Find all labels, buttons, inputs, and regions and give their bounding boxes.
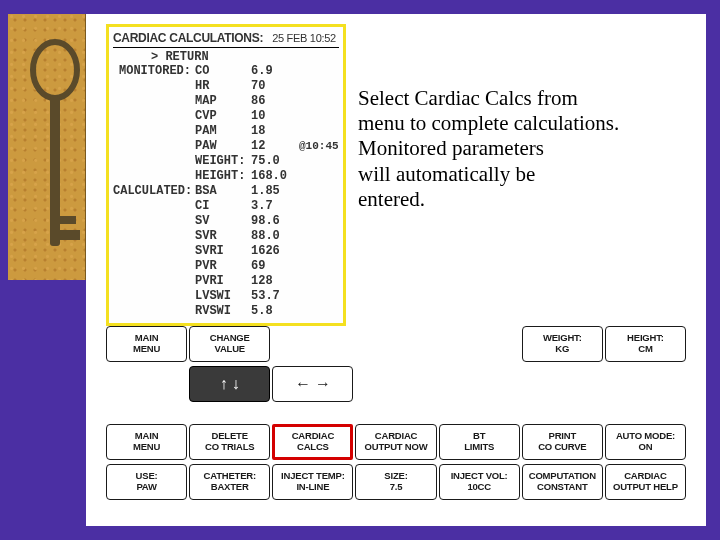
- decorative-texture: [8, 14, 86, 280]
- catheter-button[interactable]: CATHETER:BAXTER: [189, 464, 270, 500]
- blank-button: [605, 366, 686, 402]
- panel-title-text: CARDIAC CALCULATIONS:: [113, 31, 263, 45]
- instr-line: Monitored parameters: [358, 136, 678, 161]
- inject-vol-button[interactable]: INJECT VOL:10CC: [439, 464, 520, 500]
- param-label: WEIGHT:: [195, 154, 251, 169]
- svg-rect-2: [60, 216, 76, 224]
- instruction-text: Select Cardiac Calcs from menu to comple…: [358, 86, 678, 212]
- param-label: SVR: [195, 229, 251, 244]
- section-calculated: CALCULATED:: [113, 184, 195, 199]
- param-value: 12: [251, 139, 299, 154]
- param-value: 98.6: [251, 214, 299, 229]
- param-value: 69: [251, 259, 299, 274]
- left-right-arrows-icon: ← →: [273, 375, 352, 393]
- cardiac-output-help-button[interactable]: CARDIACOUTPUT HELP: [605, 464, 686, 500]
- auto-mode-button[interactable]: AUTO MODE:ON: [605, 424, 686, 460]
- instr-line: Select Cardiac Calcs from: [358, 86, 678, 111]
- size-button[interactable]: SIZE:7.5: [355, 464, 436, 500]
- param-value: 10: [251, 109, 299, 124]
- param-value: 6.9: [251, 64, 299, 79]
- cardiac-calc-panel: CARDIAC CALCULATIONS: 25 FEB 10:52 > RET…: [106, 24, 346, 326]
- softkey-row-1: MAINMENU CHANGEVALUE WEIGHT:KG HEIGHT:CM: [106, 326, 686, 362]
- param-label: HEIGHT:: [195, 169, 251, 184]
- blank-button: [439, 366, 520, 402]
- section-monitored: MONITORED:: [113, 64, 195, 79]
- param-value: 168.0: [251, 169, 299, 184]
- param-value: 128: [251, 274, 299, 289]
- panel-title: CARDIAC CALCULATIONS: 25 FEB 10:52: [113, 29, 339, 48]
- svg-point-0: [33, 42, 77, 98]
- panel-timestamp: 25 FEB 10:52: [272, 32, 336, 44]
- softkey-row-2: ↑ ↓ ← →: [106, 366, 686, 402]
- param-label: LVSWI: [195, 289, 251, 304]
- param-label: RVSWI: [195, 304, 251, 319]
- param-value: 70: [251, 79, 299, 94]
- instr-line: will automatically be: [358, 162, 678, 187]
- blank-button: [355, 366, 436, 402]
- param-value: 5.8: [251, 304, 299, 319]
- return-link[interactable]: > RETURN: [113, 50, 339, 64]
- weight-button[interactable]: WEIGHT:KG: [522, 326, 603, 362]
- up-down-arrows-button[interactable]: ↑ ↓: [189, 366, 270, 402]
- left-right-arrows-button[interactable]: ← →: [272, 366, 353, 402]
- up-down-arrows-icon: ↑ ↓: [190, 375, 269, 393]
- param-value: 86: [251, 94, 299, 109]
- param-label: HR: [195, 79, 251, 94]
- softkey-row-4: USE:PAW CATHETER:BAXTER INJECT TEMP:IN-L…: [106, 464, 686, 500]
- note-time: @10:45: [299, 139, 339, 154]
- param-label: MAP: [195, 94, 251, 109]
- param-value: 1626: [251, 244, 299, 259]
- bt-limits-button[interactable]: BTLIMITS: [439, 424, 520, 460]
- svg-rect-3: [60, 230, 80, 240]
- change-value-button[interactable]: CHANGEVALUE: [189, 326, 270, 362]
- instr-line: menu to complete calculations.: [358, 111, 678, 136]
- blank-button: [106, 366, 187, 402]
- key-icon: [26, 38, 84, 268]
- param-label: PAW: [195, 139, 251, 154]
- instr-line: entered.: [358, 187, 678, 212]
- blank-button: [522, 366, 603, 402]
- param-label: CI: [195, 199, 251, 214]
- use-paw-button[interactable]: USE:PAW: [106, 464, 187, 500]
- param-label: SVRI: [195, 244, 251, 259]
- slide-body: CARDIAC CALCULATIONS: 25 FEB 10:52 > RET…: [86, 14, 706, 526]
- param-label: SV: [195, 214, 251, 229]
- cardiac-calcs-button[interactable]: CARDIACCALCS: [272, 424, 353, 460]
- blank-button: [355, 326, 436, 362]
- param-value: 75.0: [251, 154, 299, 169]
- param-label: PAM: [195, 124, 251, 139]
- blank-button: [439, 326, 520, 362]
- param-value: 3.7: [251, 199, 299, 214]
- height-button[interactable]: HEIGHT:CM: [605, 326, 686, 362]
- param-label: PVRI: [195, 274, 251, 289]
- param-value: 53.7: [251, 289, 299, 304]
- computation-constant-button[interactable]: COMPUTATIONCONSTANT: [522, 464, 603, 500]
- param-value: 88.0: [251, 229, 299, 244]
- param-label: PVR: [195, 259, 251, 274]
- main-menu-button[interactable]: MAINMENU: [106, 424, 187, 460]
- param-label: BSA: [195, 184, 251, 199]
- blank-button: [272, 326, 353, 362]
- cardiac-output-now-button[interactable]: CARDIACOUTPUT NOW: [355, 424, 436, 460]
- param-label: CVP: [195, 109, 251, 124]
- delete-co-trials-button[interactable]: DELETECO TRIALS: [189, 424, 270, 460]
- param-label: CO: [195, 64, 251, 79]
- svg-rect-1: [50, 96, 60, 246]
- inject-temp-button[interactable]: INJECT TEMP:IN-LINE: [272, 464, 353, 500]
- main-menu-button[interactable]: MAINMENU: [106, 326, 187, 362]
- param-value: 18: [251, 124, 299, 139]
- print-co-curve-button[interactable]: PRINTCO CURVE: [522, 424, 603, 460]
- param-value: 1.85: [251, 184, 299, 199]
- softkey-row-3: MAINMENU DELETECO TRIALS CARDIACCALCS CA…: [106, 424, 686, 460]
